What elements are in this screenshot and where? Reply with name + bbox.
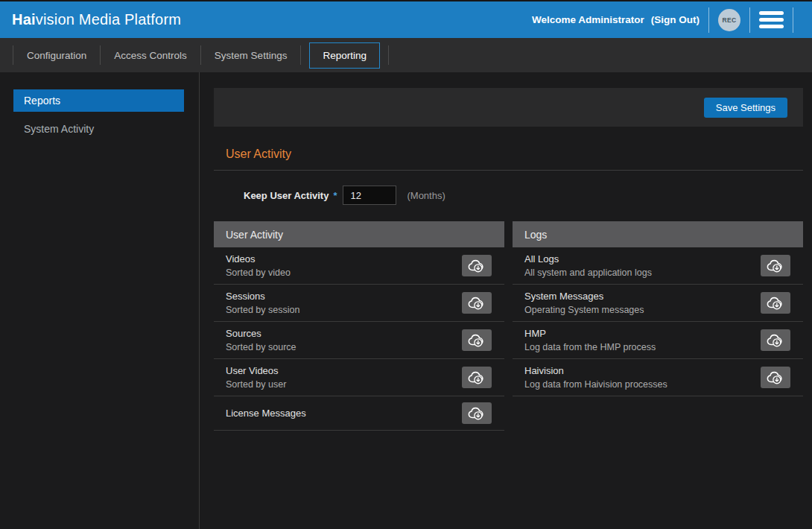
report-subtitle: Sorted by video [226, 267, 462, 278]
logs-panel: Logs All Logs All system and application… [513, 221, 803, 396]
welcome-text: Welcome Administrator [532, 14, 644, 25]
report-title: System Messages [524, 291, 761, 302]
keep-user-activity-label: Keep User Activity [244, 190, 329, 201]
cloud-download-icon [468, 371, 486, 384]
download-hmp-button[interactable] [761, 329, 790, 351]
months-suffix-label: (Months) [407, 190, 445, 201]
topbar-divider [749, 7, 750, 33]
cloud-download-icon [468, 259, 486, 273]
report-title: HMP [524, 328, 761, 339]
report-subtitle: Sorted by session [226, 305, 462, 315]
report-title: Sessions [226, 291, 462, 302]
cloud-download-icon [468, 334, 486, 347]
sign-out-link[interactable]: (Sign Out) [651, 14, 700, 25]
tab-access-controls[interactable]: Access Controls [101, 42, 200, 69]
report-title: User Videos [226, 365, 462, 376]
report-panels: User Activity Videos Sorted by video Ses… [214, 221, 803, 431]
cloud-download-icon [767, 334, 784, 347]
section-title: User Activity [226, 148, 803, 161]
tab-reporting[interactable]: Reporting [309, 42, 380, 69]
required-marker: * [333, 190, 337, 201]
report-row-all-logs: All Logs All system and application logs [513, 247, 803, 285]
keep-user-activity-input[interactable] [343, 186, 396, 205]
report-row-sessions: Sessions Sorted by session [214, 285, 504, 322]
report-title: License Messages [226, 408, 462, 419]
report-row-sources: Sources Sorted by source [214, 322, 504, 359]
download-license-messages-button[interactable] [462, 402, 492, 424]
download-user-videos-button[interactable] [462, 367, 492, 388]
cloud-download-icon [468, 297, 486, 310]
panel-header-logs: Logs [513, 221, 803, 247]
report-subtitle: Sorted by user [226, 379, 462, 390]
cloud-download-icon [468, 407, 486, 420]
report-row-videos: Videos Sorted by video [214, 247, 504, 285]
cloud-download-icon [767, 259, 784, 273]
report-row-hmp: HMP Log data from the HMP process [513, 322, 803, 359]
logo-rest-text: vision Media Platform [36, 11, 181, 28]
report-title: All Logs [524, 253, 761, 264]
admin-nav-tabs: Configuration Access Controls System Set… [0, 38, 812, 72]
logo-bold-text: Hai [12, 11, 36, 28]
download-videos-button[interactable] [462, 255, 492, 276]
download-sources-button[interactable] [462, 329, 492, 351]
download-haivision-button[interactable] [761, 367, 790, 388]
nav-divider [300, 45, 301, 65]
report-title: Haivision [524, 365, 761, 376]
report-subtitle: Log data from the HMP process [524, 342, 761, 352]
topbar-right-group: Welcome Administrator (Sign Out) REC [532, 7, 802, 33]
topbar-divider [793, 7, 793, 33]
report-row-license-messages: License Messages [214, 396, 504, 431]
nav-divider [388, 45, 389, 65]
download-sessions-button[interactable] [462, 292, 492, 314]
report-subtitle: Operating System messages [524, 305, 761, 315]
download-system-messages-button[interactable] [761, 292, 790, 314]
topbar-divider [708, 7, 709, 33]
main-pane: Save Settings User Activity Keep User Ac… [200, 72, 812, 529]
settings-toolbar: Save Settings [214, 88, 803, 127]
app-logo: Haivision Media Platform [12, 11, 181, 28]
download-all-logs-button[interactable] [761, 255, 790, 276]
sidebar-item-system-activity[interactable]: System Activity [13, 118, 184, 140]
save-settings-button[interactable]: Save Settings [704, 98, 787, 118]
content-area: Reports System Activity Save Settings Us… [0, 72, 812, 529]
report-row-haivision: Haivision Log data from Haivision proces… [513, 359, 803, 396]
report-row-user-videos: User Videos Sorted by user [214, 359, 504, 396]
report-title: Videos [226, 253, 462, 264]
tab-system-settings[interactable]: System Settings [201, 42, 301, 69]
hamburger-menu-icon[interactable] [759, 11, 784, 28]
rec-icon[interactable]: REC [718, 9, 740, 31]
top-bar: Haivision Media Platform Welcome Adminis… [0, 1, 812, 38]
cloud-download-icon [767, 371, 784, 384]
report-subtitle: Log data from Haivision processes [524, 379, 761, 390]
user-activity-panel: User Activity Videos Sorted by video Ses… [214, 221, 504, 431]
sidebar: Reports System Activity [0, 72, 200, 529]
panel-header-user-activity: User Activity [214, 221, 504, 247]
report-subtitle: Sorted by source [226, 342, 462, 352]
report-subtitle: All system and application logs [524, 267, 761, 278]
report-row-system-messages: System Messages Operating System message… [513, 285, 803, 322]
sidebar-item-reports[interactable]: Reports [13, 89, 184, 112]
keep-user-activity-row: Keep User Activity * (Months) [244, 186, 803, 205]
tab-configuration[interactable]: Configuration [13, 42, 100, 69]
cloud-download-icon [767, 297, 784, 310]
report-title: Sources [226, 328, 462, 339]
section-divider [214, 170, 803, 171]
